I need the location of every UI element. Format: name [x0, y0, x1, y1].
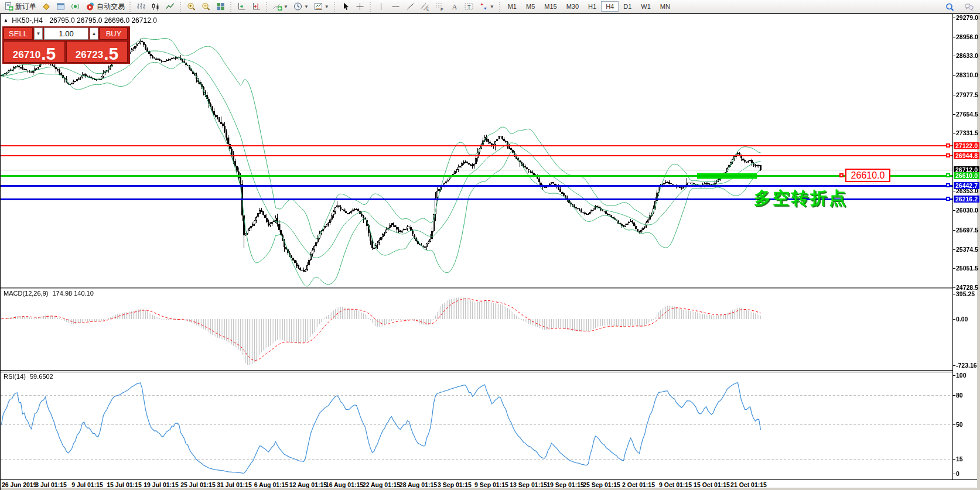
indicator-add-icon — [272, 2, 282, 11]
time-tick: 31 Jul 01:15 — [217, 481, 252, 488]
dropdown-arrow-icon[interactable]: ▼ — [490, 4, 494, 9]
axis-tick-mark — [953, 459, 955, 460]
panel-separator[interactable] — [1, 372, 953, 372]
chart-annotation[interactable]: 多空转折点 — [754, 187, 848, 210]
volume-up-button[interactable]: ▲ — [90, 28, 98, 40]
timeframe-m5-button[interactable]: M5 — [521, 1, 539, 12]
timeframe-h1-button[interactable]: H1 — [583, 1, 601, 12]
panel-separator[interactable] — [1, 287, 953, 287]
dropdown-arrow-icon[interactable]: ▼ — [304, 4, 309, 9]
fibonacci-retracement-button[interactable]: F — [432, 1, 447, 12]
rsi-panel-canvas[interactable] — [1, 372, 952, 479]
cursor-button[interactable] — [338, 1, 353, 12]
equidistant-channel-button[interactable]: E — [418, 1, 432, 12]
zoom-in-icon — [186, 2, 196, 11]
templates-button[interactable]: ▼ — [311, 1, 332, 12]
hline-handle[interactable] — [946, 197, 950, 201]
timeframe-d1-button[interactable]: D1 — [619, 1, 636, 12]
sell-price-button[interactable]: 26710 .5 — [4, 41, 65, 63]
time-tick: 9 Jul 01:15 — [71, 481, 103, 488]
dropdown-arrow-icon[interactable]: ▼ — [325, 4, 329, 9]
ohlc-values: 26795.0 26795.0 26696.0 26712.0 — [49, 16, 157, 25]
timeframe-m30-button[interactable]: M30 — [562, 1, 583, 12]
horizontal-line-button[interactable] — [388, 1, 403, 12]
toolbar-grip[interactable] — [368, 1, 373, 12]
price-tick: 25697.5 — [956, 227, 978, 234]
periods-button[interactable]: ▼ — [291, 1, 311, 12]
volume-field[interactable]: 1.00 — [44, 28, 88, 40]
hline-handle[interactable] — [946, 183, 950, 187]
axis-tick-mark — [953, 395, 955, 396]
hline-price-label: 26610.0 — [954, 172, 979, 179]
svg-text:T: T — [467, 4, 471, 10]
price-tick: 26030.0 — [956, 207, 978, 214]
tile-windows-button[interactable] — [213, 1, 228, 12]
toolbar-grip[interactable] — [128, 1, 132, 12]
panel-separator[interactable] — [1, 289, 953, 289]
price-tick: 80 — [956, 392, 963, 399]
indicators-list-button[interactable]: ▼ — [270, 1, 291, 12]
price-line-label[interactable]: 26610.0 — [845, 169, 890, 182]
auto-scroll-button[interactable] — [234, 1, 249, 12]
trendline-icon — [405, 2, 415, 11]
toolbar-grip[interactable] — [229, 1, 233, 12]
symbol-period: HK50-,H4 — [12, 16, 43, 25]
volume-down-button[interactable]: ▼ — [34, 28, 43, 40]
new-order-button[interactable]: 新订单 — [1, 1, 39, 12]
axis-tick-mark — [953, 37, 955, 37]
label-icon: T — [464, 2, 474, 11]
bar-chart-button[interactable] — [134, 1, 148, 12]
candlestick-chart-button[interactable] — [148, 1, 163, 12]
signals-button[interactable] — [68, 1, 83, 12]
arrows-button[interactable]: ▼ — [476, 1, 497, 12]
timeframe-mn-button[interactable]: MN — [655, 1, 675, 12]
auto-trading-button[interactable]: 自动交易 — [83, 1, 127, 12]
dropdown-arrow-icon[interactable]: ▼ — [284, 4, 288, 9]
search-button[interactable] — [943, 1, 957, 13]
line-chart-button[interactable] — [163, 1, 177, 12]
trendline-button[interactable] — [403, 1, 418, 12]
time-tick: 19 Sep 01:15 — [547, 481, 584, 488]
cursor-icon — [340, 2, 350, 11]
buy-button[interactable]: BUY — [100, 28, 128, 40]
toolbar-grip[interactable] — [179, 1, 183, 12]
time-tick: 3 Sep 01:15 — [438, 481, 472, 488]
timeframe-m1-button[interactable]: M1 — [503, 1, 521, 12]
timeframe-w1-button[interactable]: W1 — [636, 1, 655, 12]
time-tick: 3 Jul 01:15 — [35, 481, 67, 488]
axis-tick-mark — [953, 75, 955, 76]
timeframe-m15-button[interactable]: M15 — [539, 1, 561, 12]
time-axis[interactable]: 26 Jun 20193 Jul 01:159 Jul 01:1515 Jul … — [1, 479, 977, 488]
axis-tick-mark — [953, 268, 955, 269]
main-chart-canvas[interactable] — [1, 15, 952, 287]
line-anchor-handle[interactable] — [839, 173, 844, 177]
time-tick: 13 Sep 01:15 — [510, 481, 547, 488]
mt4-window: 新订单自动交易▼▼▼EFAT▼M1M5M15M30H1H4D1W1MN ▲ HK… — [0, 0, 980, 490]
sell-button[interactable]: SELL — [4, 28, 33, 40]
panel-separator[interactable] — [1, 370, 953, 371]
buy-price-button[interactable]: 26723 .5 — [66, 41, 128, 63]
crosshair-button[interactable] — [353, 1, 367, 12]
market-watch-button[interactable] — [39, 1, 53, 12]
vertical-line-button[interactable] — [374, 1, 388, 12]
hline-handle[interactable] — [946, 173, 950, 177]
hline-handle[interactable] — [946, 153, 950, 157]
vline-icon — [376, 2, 386, 11]
toolbar-grip[interactable] — [498, 1, 502, 12]
timeframe-h4-button[interactable]: H4 — [601, 1, 619, 12]
chat-button[interactable] — [962, 1, 976, 13]
zoom-in-button[interactable] — [184, 1, 199, 12]
text-button[interactable]: A — [447, 1, 462, 12]
text-label-button[interactable]: T — [462, 1, 476, 12]
axis-tick-mark — [953, 474, 955, 474]
toolbar-grip[interactable] — [333, 1, 337, 12]
channel-icon: E — [420, 2, 430, 11]
macd-panel-canvas[interactable] — [1, 289, 952, 370]
data-window-button[interactable] — [53, 1, 68, 12]
hline-handle[interactable] — [946, 143, 950, 148]
zoom-out-button[interactable] — [199, 1, 213, 12]
collapse-icon[interactable]: ▲ — [4, 18, 8, 23]
chart-shift-button[interactable] — [249, 1, 264, 12]
toolbar-grip[interactable] — [265, 1, 269, 12]
sell-price-fraction: .5 — [41, 46, 56, 61]
